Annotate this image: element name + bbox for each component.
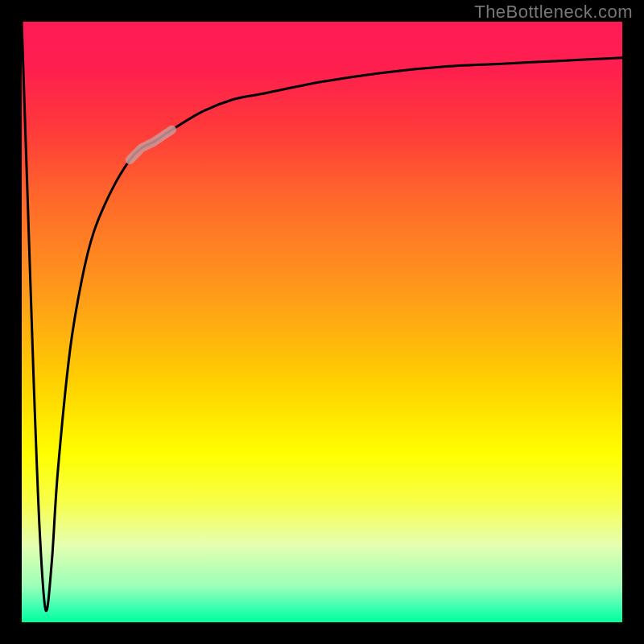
bottleneck-curve-main — [22, 22, 622, 611]
bottleneck-curve-highlight — [130, 130, 171, 159]
watermark-text: TheBottleneck.com — [474, 2, 633, 23]
plot-area — [22, 22, 622, 622]
chart-frame: TheBottleneck.com — [0, 0, 644, 644]
curve-layer — [22, 22, 622, 622]
